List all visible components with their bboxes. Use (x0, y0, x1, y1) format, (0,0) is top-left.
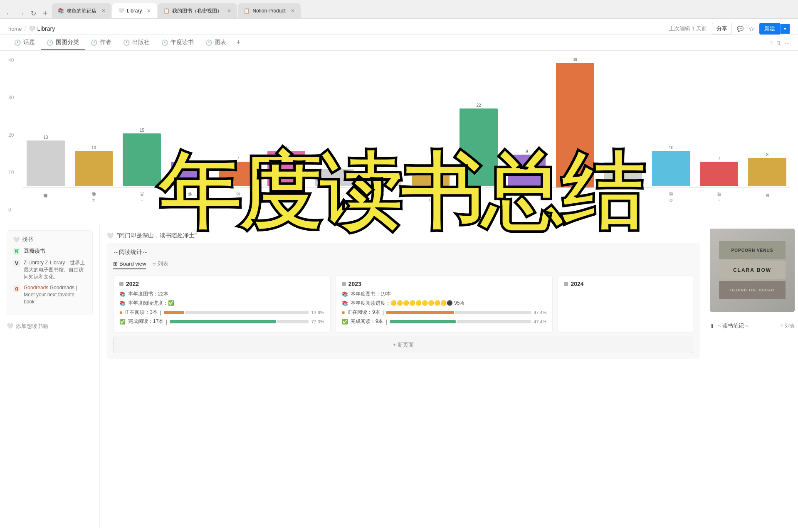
tab-notes[interactable]: 📚 鳌鱼的笔记店 ✕ (52, 3, 111, 18)
share-button[interactable]: 分享 (712, 23, 732, 34)
refresh-button[interactable]: ↻ (28, 9, 39, 18)
notes-section: ⬆ ～读书笔记～ ≡ 列表 (710, 317, 795, 335)
goodreads-name: Goodreads (24, 285, 48, 291)
breadcrumb-current-label: Library (37, 25, 55, 32)
bar-14 (700, 162, 739, 187)
goodreads-text: Goodreads Goodreads | Meet your next fav… (24, 284, 86, 305)
bar-xlabel-8: C社科总论 (428, 188, 433, 213)
tab-chuban-icon: 🕐 (123, 39, 130, 46)
back-button[interactable]: ← (3, 9, 15, 18)
sort-icon[interactable]: ⇅ (776, 39, 781, 46)
more-icon[interactable]: ··· (785, 39, 790, 46)
add-tab-button[interactable]: + (40, 9, 51, 18)
comment-icon[interactable]: 💬 (737, 26, 744, 32)
bar-xlabel-4: K历史 (235, 188, 241, 213)
bar-value-15: 8 (766, 153, 768, 157)
bar-group-7: 3F经济 (360, 57, 405, 213)
reading-bar-empty-2022 (185, 311, 309, 314)
tab-tubiao-icon: 🕐 (205, 39, 212, 46)
tab-tubiao-label: 图表 (215, 39, 226, 46)
breadcrumb-current: 🤍 Library (28, 25, 55, 32)
tab-guotu-label: 国图分类 (56, 39, 79, 46)
tab-library-icon: 🤍 (118, 8, 124, 14)
notes-title-icon: ⬆ (710, 323, 714, 329)
douban-icon: 豆 (13, 248, 20, 255)
completed-bar-empty-2022 (277, 320, 309, 323)
bar-group-15: 8诗歌 (745, 57, 790, 213)
bar-xlabel-9: R医药 (476, 188, 482, 213)
bar-xlabel-14: Z综合 (716, 188, 722, 213)
right-panel: POPCORN VENUS CLARA BOW BEHIND THE OSCAR… (707, 225, 798, 529)
tab-notion-close[interactable]: ✕ (291, 8, 295, 14)
year-2022-title: 2022 (119, 281, 324, 287)
view-tab-actions: ≡ ⇅ ··· (770, 39, 790, 46)
tab-notes-label: 鳌鱼的笔记店 (67, 7, 96, 15)
year-2023-progress: 📚 本年度阅读进度：🟡🟡🟡🟡🟡🟡🟡🟡🟡⚫ 95% (342, 300, 547, 307)
bar-group-14: 7Z综合 (697, 57, 742, 213)
tab-library-close[interactable]: ✕ (147, 8, 151, 14)
bar-xlabel-6: G文化 (331, 188, 337, 213)
tab-guotu-icon: 🕐 (47, 39, 53, 46)
completed-bar-fill-2022 (170, 320, 276, 323)
star-icon[interactable]: ☆ (749, 25, 754, 33)
tab-zuozhe[interactable]: 🕐 作者 (85, 35, 117, 50)
sidebar-link-goodreads[interactable]: g Goodreads Goodreads | Meet your next f… (13, 284, 86, 305)
bar-1 (75, 151, 113, 186)
forward-button[interactable]: → (16, 9, 27, 18)
y-label-20: 20 (8, 132, 14, 138)
filter-icon[interactable]: ≡ (770, 39, 773, 46)
bar-2 (123, 133, 161, 187)
breadcrumb: home / 🤍 Library (8, 25, 55, 32)
bar-value-8: 5 (430, 163, 432, 168)
reading-bar-fill-2022 (164, 311, 184, 314)
bar-value-6: 5 (333, 163, 336, 168)
total-text-2022: 本年度图书：22本 (128, 291, 168, 298)
tab-chuban[interactable]: 🕐 出版社 (117, 35, 156, 50)
quote-text: "闭门即是深山，读书随处净土" (117, 232, 197, 239)
tab-mybooks[interactable]: 📋 我的图书（私密视图） ✕ (158, 3, 237, 18)
notes-view-icon: ≡ (780, 323, 783, 329)
sidebar-title-icon: 🤍 (13, 236, 20, 243)
add-page-button[interactable]: + 新页面 (113, 337, 693, 353)
bar-xlabel-11: T工业技术 (572, 190, 578, 213)
tab-notion[interactable]: 📋 Notion Product ✕ (238, 3, 300, 18)
tab-tubiao[interactable]: 🕐 图表 (200, 35, 232, 50)
reading-icon-2022: ■ (119, 310, 122, 315)
board-label: Board view (119, 261, 146, 267)
reading-icon-2023: ■ (342, 310, 345, 315)
tab-notes-close[interactable]: ✕ (101, 8, 106, 14)
completed-pct-2023: 47.4% (534, 319, 546, 324)
bar-11 (556, 63, 594, 188)
new-button[interactable]: 新建 (759, 23, 780, 34)
completed-text-2022: 完成阅读：17本 (128, 318, 163, 325)
tab-niandu[interactable]: 🕐 年度读书 (156, 35, 200, 50)
bar-10 (508, 155, 546, 187)
zlibrary-icon: V (13, 260, 20, 267)
douban-text: 豆瓣读书 (24, 247, 45, 255)
breadcrumb-home[interactable]: home (8, 26, 22, 32)
bar-value-2: 15 (140, 128, 144, 133)
tab-mybooks-close[interactable]: ✕ (227, 8, 231, 14)
tab-huati[interactable]: 🕐 话题 (8, 35, 41, 50)
bar-group-6: 5G文化 (312, 57, 357, 213)
bar-value-0: 13 (43, 135, 48, 140)
bar-xlabel-0: 无图书分类 (43, 188, 48, 213)
year-card-2022: 2022 📚 本年度图书：22本 📚 本年度阅读进度：✅ ■ 正在阅读： (113, 275, 331, 332)
tab-notion-label: Notion Product (252, 8, 285, 14)
sidebar-link-douban[interactable]: 豆 豆瓣读书 (13, 247, 86, 255)
bar-xlabel-13: Q生物 (668, 188, 674, 213)
stats-tab-board[interactable]: ⊞ Board view (113, 260, 146, 269)
bar-group-4: 7K历史 (216, 57, 261, 213)
tab-library[interactable]: 🤍 Library ✕ (112, 3, 157, 18)
bar-xlabel-7: F经济 (380, 188, 385, 213)
tab-zuozhe-label: 作者 (100, 39, 111, 46)
new-dropdown-button[interactable]: ▾ (780, 24, 790, 34)
sidebar-link-zlibrary[interactable]: V Z-Library Z-Library－世界上最大的电子图书馆。自由访问知识… (13, 259, 86, 280)
bar-12 (604, 162, 642, 187)
tab-guotu[interactable]: 🕐 国图分类 (41, 35, 85, 50)
bar-group-0: 13无图书分类 (23, 57, 68, 213)
add-view-button[interactable]: + (232, 35, 245, 50)
books-visual: POPCORN VENUS CLARA BOW BEHIND THE OSCAR (715, 237, 790, 303)
add-book-button[interactable]: 🤍 添加想读书籍 (7, 320, 93, 332)
stats-tab-list[interactable]: ≡ 列表 (153, 260, 168, 269)
